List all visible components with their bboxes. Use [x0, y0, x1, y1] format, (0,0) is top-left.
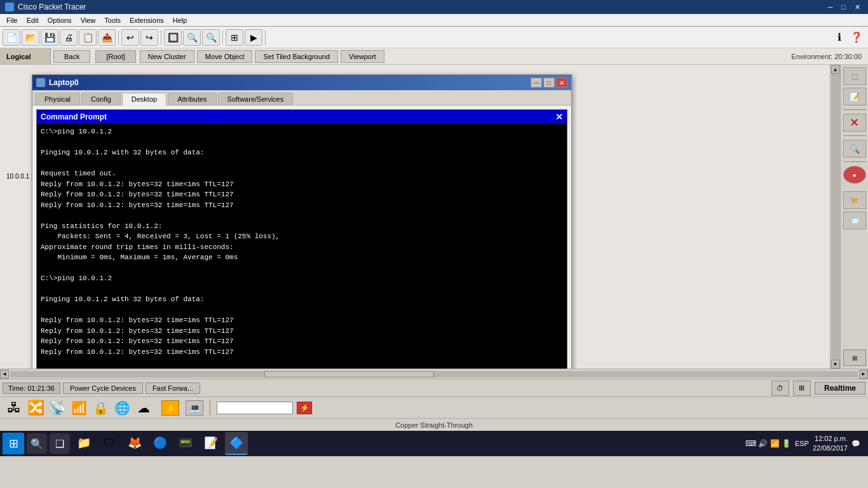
device-icon-wan[interactable]: 🌐: [113, 400, 131, 416]
canvas-area[interactable]: 10.0.0.1 255.255.... Laptop0 ─ □ ✕ Physi…: [0, 65, 830, 369]
cmd-blank: [41, 137, 563, 148]
panel-sep3: [843, 161, 866, 162]
minimize-button[interactable]: ─: [825, 3, 836, 11]
laptop0-dialog: Laptop0 ─ □ ✕ Physical Config Desktop At…: [32, 74, 572, 369]
scrollbar-track[interactable]: [831, 74, 840, 360]
taskbar-chrome[interactable]: 🔵: [149, 432, 172, 455]
cmd-line: Packets: Sent = 4, Received = 3, Lost = …: [41, 231, 563, 242]
taskbar-firefox[interactable]: 🦊: [123, 432, 146, 455]
export-button[interactable]: 📤: [98, 29, 116, 46]
select-tool-button[interactable]: ⬚: [843, 67, 866, 85]
taskbar-terminal[interactable]: 📟: [174, 432, 197, 455]
toolbar-sep1: [118, 30, 119, 45]
device-icon-security[interactable]: 🔒: [92, 400, 109, 416]
redo-button[interactable]: ↪: [140, 29, 158, 46]
device-icon-cloud[interactable]: ☁: [135, 400, 153, 416]
scrollbar-up-button[interactable]: ▲: [831, 65, 840, 74]
dialog-maximize-button[interactable]: □: [543, 78, 555, 88]
h-scroll-left-button[interactable]: ◄: [0, 370, 9, 379]
send-pdu-button[interactable]: ●: [843, 166, 866, 184]
search-taskbar-button[interactable]: 🔍: [27, 433, 47, 454]
tab-desktop[interactable]: Desktop: [122, 93, 166, 105]
menu-view[interactable]: View: [77, 16, 100, 25]
h-scroll-thumb[interactable]: [264, 371, 434, 377]
open-button[interactable]: 📂: [22, 29, 39, 46]
h-scroll-track[interactable]: [10, 371, 858, 377]
breadcrumb: [Root]: [95, 50, 135, 63]
simulation-icon[interactable]: ⊞: [793, 381, 811, 396]
new-cluster-button[interactable]: New Cluster: [140, 50, 194, 63]
note-tool-button[interactable]: 📝: [843, 88, 866, 105]
active-device-icon[interactable]: ⚡: [161, 400, 179, 416]
tab-physical[interactable]: Physical: [35, 93, 80, 105]
cmd-output[interactable]: C:\>ping 10.0.1.2 Pinging 10.0.1.2 with …: [37, 124, 567, 369]
windows-taskbar: ⊞ 🔍 ❑ 📁 🛡 🦊 🔵 📟 📝 🔷 ⌨ 🔊 📶 🔋 ESP 12:02 p.…: [0, 431, 868, 456]
device-search-input[interactable]: [217, 402, 293, 414]
menu-extensions[interactable]: Extensions: [126, 16, 168, 25]
menu-tools[interactable]: Tools: [100, 16, 125, 25]
tab-config[interactable]: Config: [81, 93, 121, 105]
device-icon-wireless[interactable]: 📶: [70, 400, 88, 416]
fast-forward-button[interactable]: Fast Forwa...: [146, 383, 200, 394]
save-as-button[interactable]: 📋: [79, 29, 97, 46]
expand-panel-button[interactable]: ⊞: [843, 349, 866, 366]
set-tiled-bg-button[interactable]: Set Tiled Background: [255, 50, 338, 63]
cmd-line: Reply from 10.0.1.2: bytes=32 time<1ms T…: [41, 179, 563, 190]
device-icon-hub[interactable]: 📡: [48, 400, 66, 416]
close-button[interactable]: ✕: [852, 3, 863, 11]
move-object-button[interactable]: Move Object: [197, 50, 253, 63]
delete-button[interactable]: ✕: [843, 114, 866, 132]
dialog-title-bar: Laptop0 ─ □ ✕: [32, 75, 571, 90]
play-button[interactable]: ▶: [245, 29, 262, 46]
realtime-clock-icon[interactable]: ⏱: [771, 381, 789, 396]
maximize-button[interactable]: □: [839, 3, 848, 11]
print-button[interactable]: 🖨: [60, 29, 78, 46]
toolbar-sep3: [222, 30, 223, 45]
zoom-select-button[interactable]: 🔲: [164, 29, 182, 46]
taskbar-defender[interactable]: 🛡: [98, 432, 121, 455]
grid-button[interactable]: ⊞: [226, 29, 243, 46]
main-area: 10.0.0.1 255.255.... Laptop0 ─ □ ✕ Physi…: [0, 65, 868, 369]
scrollbar-down-button[interactable]: ▼: [831, 360, 840, 369]
notification-icon[interactable]: 💬: [851, 440, 860, 448]
menu-edit[interactable]: Edit: [23, 16, 43, 25]
tab-attributes[interactable]: Attributes: [168, 93, 216, 105]
power-cycle-button[interactable]: Power Cycle Devices: [63, 383, 143, 394]
dialog-icon: [36, 78, 45, 87]
dialog-close-button[interactable]: ✕: [556, 78, 567, 88]
menu-help[interactable]: Help: [169, 16, 191, 25]
zoom-button[interactable]: 🔍: [843, 140, 866, 158]
tab-software-services[interactable]: Software/Services: [218, 93, 294, 105]
dialog-minimize-button[interactable]: ─: [531, 78, 542, 88]
h-scroll-right-button[interactable]: ►: [859, 370, 868, 379]
device-icon-2[interactable]: 💻: [186, 400, 203, 416]
menu-options[interactable]: Options: [44, 16, 76, 25]
task-view-button[interactable]: ❑: [50, 433, 70, 454]
taskbar-word[interactable]: 📝: [200, 432, 222, 455]
new-button[interactable]: 📄: [3, 29, 20, 46]
envelope-button[interactable]: ✉: [843, 191, 866, 209]
cmd-title-bar: Command Prompt ✕: [37, 110, 567, 124]
device-icon-switch[interactable]: 🔀: [27, 400, 44, 416]
start-button[interactable]: ⊞: [3, 433, 24, 454]
device-icon-router[interactable]: 🖧: [5, 400, 23, 416]
open-envelope-button[interactable]: 📨: [843, 212, 866, 229]
cmd-line: Pinging 10.0.1.2 with 32 bytes of data:: [41, 294, 563, 305]
viewport-button[interactable]: Viewport: [341, 50, 384, 63]
zoom-out-button[interactable]: 🔍: [202, 29, 220, 46]
undo-button[interactable]: ↩: [121, 29, 139, 46]
zoom-in-button[interactable]: 🔍: [183, 29, 201, 46]
cmd-close-button[interactable]: ✕: [555, 112, 563, 122]
realtime-button[interactable]: Realtime: [815, 382, 865, 395]
lightning-active-button[interactable]: ⚡: [297, 402, 312, 414]
info-button[interactable]: ℹ: [832, 31, 846, 43]
help-icon-button[interactable]: ❓: [848, 31, 865, 43]
taskbar-packet-tracer[interactable]: 🔷: [225, 432, 248, 455]
back-button[interactable]: Back: [53, 50, 90, 63]
save-button[interactable]: 💾: [41, 29, 58, 46]
cmd-line: C:\>ping 10.0.1.2: [41, 126, 563, 137]
title-bar: Cisco Packet Tracer ─ □ ✕: [0, 0, 868, 14]
cmd-line: Ping statistics for 10.0.1.2:: [41, 368, 563, 369]
menu-file[interactable]: File: [3, 16, 22, 25]
taskbar-explorer[interactable]: 📁: [72, 432, 95, 455]
